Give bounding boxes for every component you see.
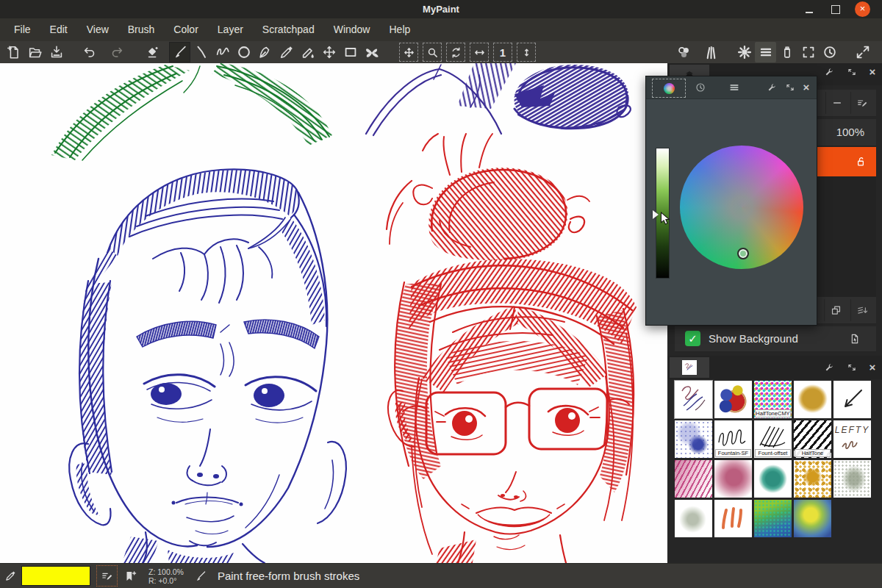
brush-sage-smear[interactable] [675,500,712,537]
open-file-button[interactable] [24,42,46,62]
brush-gold-blob[interactable] [794,381,831,418]
menu-help[interactable]: Help [379,18,420,41]
brush-green-blue-noise[interactable] [754,500,792,537]
brush-window-button[interactable] [700,42,722,62]
eraser-icon [145,44,161,60]
slider-handle[interactable] [653,210,659,219]
brush-arrow[interactable] [833,381,871,418]
lines-curves-tool[interactable] [190,42,212,62]
window-title: MyPaint [0,0,882,18]
layers-detach-button[interactable] [842,63,861,81]
brush-halftone[interactable]: HalfTone [794,420,831,458]
duplicate-layer-button[interactable] [824,299,847,321]
mirror-view-button[interactable] [470,43,489,62]
panel-lines-button[interactable] [755,42,776,62]
detach-icon [785,82,795,93]
brush-group-button[interactable] [776,42,797,62]
rotate-view-button[interactable] [446,43,465,62]
layers-config-button[interactable] [819,63,838,81]
flood-fill-tool[interactable] [297,42,318,62]
scratchpad-button[interactable] [96,565,118,587]
color-close-button[interactable]: × [799,79,814,96]
palette-list-tab[interactable] [725,79,743,96]
brush-config-button[interactable] [819,359,838,376]
undo-button[interactable] [79,42,100,62]
ellipse-tool[interactable] [233,42,254,62]
brush-blue-yellow-wash[interactable] [794,500,831,537]
undo-icon [82,44,98,60]
new-file-icon [6,44,22,60]
check-icon: ✓ [688,332,698,345]
redo-button[interactable] [106,42,127,62]
brush-label: HalfToneCMY [755,409,791,417]
color-wheel-selector[interactable] [737,248,749,259]
background-chooser-button[interactable] [845,330,864,348]
menu-color[interactable]: Color [164,18,207,41]
brush-close-button[interactable]: × [863,359,882,376]
preferences-button[interactable] [734,42,755,62]
save-file-button[interactable] [46,42,67,62]
layer-edit-button[interactable] [850,92,873,114]
brush-rose-texture[interactable] [714,460,752,498]
pick-color-tool[interactable] [276,42,297,62]
brush-paint-blob[interactable] [714,381,752,418]
move-layer-tool[interactable] [318,42,340,62]
brush-sage-dots[interactable] [833,460,871,498]
layers-close-button[interactable]: × [863,63,882,81]
brush-fountain-sf[interactable]: Fountain-SF [714,420,752,458]
brush-fount-offset[interactable]: Fount-offset [754,420,792,458]
detach-icon [847,67,857,77]
brush-blue-spatter[interactable] [675,420,712,458]
brush-magenta-halftone[interactable] [675,460,712,498]
reset-zoom-button[interactable]: 1 [493,43,512,62]
layer-remove-button[interactable] [825,92,848,114]
menu-scratchpad[interactable]: Scratchpad [253,18,324,41]
menu-layer[interactable]: Layer [208,18,253,41]
menu-brush[interactable]: Brush [118,18,165,41]
connected-lines-tool[interactable] [212,42,233,62]
frame-tool[interactable] [340,42,361,62]
bookmark-add-icon[interactable] [123,570,137,583]
history-button[interactable] [819,42,840,62]
inking-tool[interactable] [254,42,276,62]
wrench-icon [823,67,834,78]
menu-file[interactable]: File [4,18,40,41]
brush-detach-button[interactable] [842,359,861,376]
maximize-button[interactable] [829,3,842,16]
color-detach-button[interactable] [781,79,799,96]
menu-edit[interactable]: Edit [40,18,77,41]
eraser-button[interactable] [142,42,163,62]
new-file-button[interactable] [3,42,24,62]
color-config-button[interactable] [762,79,780,96]
color-wheel-tab[interactable] [652,79,686,98]
symmetry-tool[interactable] [361,42,382,62]
zoom-view-button[interactable] [423,43,442,62]
recent-colors-tab[interactable] [692,79,709,96]
brush-gold-splatter[interactable] [794,460,831,498]
canvas[interactable] [0,63,667,563]
curve-line-icon [193,44,209,60]
fullscreen-button[interactable] [852,42,873,62]
brush-panel-tabbar: × [667,356,882,379]
brush-panel-tab[interactable] [670,357,709,378]
move-icon [321,44,337,60]
merge-down-button[interactable] [850,299,873,321]
sketch-red-girl [381,134,637,563]
pan-view-button[interactable] [399,43,418,62]
brush-sketch-scribble[interactable] [675,381,712,418]
current-color-swatch[interactable] [21,566,90,586]
brush-orange-strokes[interactable] [714,500,752,537]
brush-lefty[interactable]: LEFTY [833,420,871,458]
color-window-button[interactable] [673,42,695,62]
minimize-button[interactable] [803,3,816,16]
fit-view-button[interactable] [517,43,536,62]
show-background-checkbox[interactable]: ✓ [685,331,700,346]
menu-window[interactable]: Window [324,18,380,41]
freehand-brush-tool[interactable] [169,42,190,62]
brush-teal-blob[interactable] [754,460,792,498]
brush-halftone-cmy[interactable]: HalfToneCMY [754,381,792,418]
menu-view[interactable]: View [77,18,118,41]
expand-layout-button[interactable] [797,42,819,62]
brush-tab-icon [682,360,697,375]
close-button[interactable]: × [855,1,870,17]
